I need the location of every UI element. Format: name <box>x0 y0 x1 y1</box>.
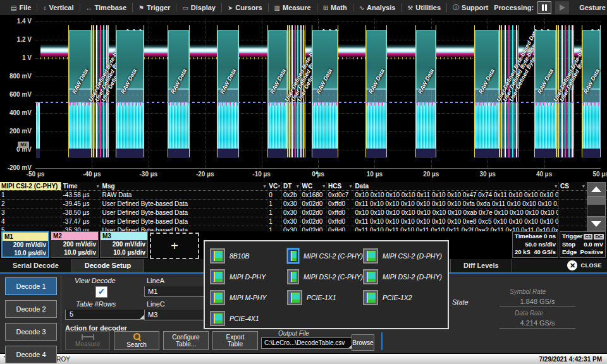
menu-item-trigger[interactable]: ⚑Trigger <box>133 0 176 15</box>
decode-4-button[interactable]: Decode 4 <box>5 346 57 363</box>
channel-descriptor-m2[interactable]: M2200 mV/div10.0 µs/div <box>51 231 99 258</box>
cell-cs <box>559 191 586 199</box>
gesture-label: Gesture <box>579 4 606 11</box>
menu-item-utilities[interactable]: ⚒Utilities <box>402 0 446 15</box>
linec-select[interactable]: M3 <box>144 310 209 320</box>
burst-base-band <box>36 149 40 158</box>
protocol-option-pcie-1x1[interactable]: PCIE-1X1 <box>287 287 363 308</box>
browse-button[interactable]: Browse <box>352 334 374 351</box>
pause-button[interactable] <box>537 1 551 14</box>
protocol-option-mipi-csi-2-c-phy[interactable]: MIPI CSI-2 (C-PHY) <box>287 245 363 266</box>
hs-burst-signal <box>69 102 91 149</box>
add-trace-button[interactable]: + <box>150 233 199 259</box>
protocol-option-mipi-dsi-2-c-phy[interactable]: MIPI DSI-2 (C-PHY) <box>287 266 363 287</box>
play-button[interactable] <box>555 1 569 14</box>
x-axis-label: -40 µs <box>77 171 106 178</box>
protocol-icon <box>363 290 378 305</box>
sort-arrow-icon: ▾ <box>582 182 585 190</box>
cell-data[interactable]: 0x10 0x10 0x10 0x10 0x11 0x10 0x10 0x47 … <box>353 191 559 199</box>
menu-item-measure[interactable]: ▥Measure <box>269 0 317 15</box>
gridline-vertical <box>149 19 149 168</box>
tab-diff-levels[interactable]: Diff Levels <box>450 259 512 272</box>
decode-table-title[interactable]: MIPI CSI-2 (C-PHY) <box>0 182 61 190</box>
menu-item-support[interactable]: ⓘSupport <box>447 0 494 15</box>
cell-dt: 0x2b <box>282 191 301 199</box>
protocol-option-mipi-d-phy[interactable]: MIPI D-PHY <box>210 266 287 287</box>
table-rows-input[interactable]: 5 <box>65 310 145 320</box>
idle-level-trace <box>190 44 217 59</box>
column-header-wc[interactable]: WC▾ <box>301 182 327 190</box>
m3-channel-marker[interactable]: M3 <box>18 142 29 148</box>
column-header-label: CS <box>560 182 582 190</box>
column-header-label: HCS <box>328 182 350 190</box>
table-row[interactable]: 3-38.50 µsUser Defined Byte-based Data10… <box>0 209 607 217</box>
decoder-button-list: Decode 1Decode 2Decode 3Decode 4 <box>5 277 57 364</box>
decode-3-button[interactable]: Decode 3 <box>5 323 57 341</box>
table-row[interactable]: 1-43.58 µsRAW Data00x2b0x16800xd0c70x10 … <box>0 191 607 200</box>
view-decode-checkbox[interactable]: ✓ <box>95 286 107 298</box>
column-header-data[interactable]: Data▾ <box>353 182 559 190</box>
scroll-up-button[interactable] <box>587 182 606 197</box>
y-axis-label: 200 mV <box>0 128 32 135</box>
protocol-option-mipi-m-phy[interactable]: MIPI M-PHY <box>210 287 287 308</box>
close-button[interactable]: ✕ CLOSE <box>567 260 602 270</box>
cell-data[interactable]: 0x11 0x10 0x10 0x10 0x10 0x10 0x10 0xfa … <box>353 200 559 208</box>
scrollbar-thumb[interactable] <box>587 205 605 216</box>
protocol-option-pcie-1x2[interactable]: PCIE-1X2 <box>363 287 445 308</box>
scroll-down-button[interactable] <box>587 217 606 231</box>
column-header-cs[interactable]: CS▾ <box>559 182 586 190</box>
scrollbar-track[interactable] <box>587 197 606 217</box>
column-header-dt[interactable]: DT▾ <box>282 182 301 190</box>
cursor-icon: ➤ <box>228 4 233 11</box>
decode-1-button[interactable]: Decode 1 <box>5 277 57 295</box>
burst-base-band <box>69 149 91 158</box>
trigger-position-marker[interactable]: ▲ <box>314 169 320 175</box>
output-file-input[interactable]: C:\LeCro...\DecodeTable.csv <box>261 337 353 349</box>
gridline-vertical <box>205 19 205 168</box>
protocol-option-mipi-csi-2-d-phy[interactable]: MIPI CSI-2 (D-PHY) <box>363 245 445 266</box>
menu-item-math[interactable]: ⊞Math <box>317 0 353 15</box>
column-header-time[interactable]: Time▾ <box>61 182 101 190</box>
cell-cs <box>559 217 586 226</box>
menu-item-cursors[interactable]: ➤Cursors <box>222 0 268 15</box>
menu-label: Display <box>191 4 216 11</box>
menu-label: Cursors <box>235 4 262 11</box>
linea-select[interactable]: M1 <box>144 286 209 297</box>
tab-serial-decode[interactable]: Serial Decode <box>0 259 72 272</box>
protocol-option-pcie-4x1[interactable]: PCIE-4X1 <box>210 308 287 329</box>
menu-item-display[interactable]: ▭Display <box>176 0 221 15</box>
decode-2-button[interactable]: Decode 2 <box>5 300 57 318</box>
protocol-option-mipi-dsi-2-d-phy[interactable]: MIPI DSI-2 (D-PHY) <box>363 266 445 287</box>
table-scrollbar[interactable] <box>587 182 606 231</box>
x-axis-label: 30 µs <box>473 171 502 178</box>
tab-decode-setup[interactable]: Decode Setup <box>72 259 144 272</box>
column-header-msg[interactable]: Msg▾ <box>101 182 268 190</box>
waveform-display[interactable]: RAW DataUser Defined Byte-based DataUser… <box>0 15 607 182</box>
column-header-vc[interactable]: VC▾ <box>267 182 282 190</box>
export-table-button[interactable]: Export Table <box>212 331 258 350</box>
channel-descriptor-m3[interactable]: M3200 mV/div10.0 µs/div <box>100 231 148 258</box>
protocol-label: MIPI CSI-2 (D-PHY) <box>383 252 442 260</box>
measure-button[interactable]: Measure <box>65 331 110 350</box>
waveform-grid[interactable]: RAW DataUser Defined Byte-based DataUser… <box>35 19 601 169</box>
protocol-option-8b10b[interactable]: 8B10B <box>210 245 287 266</box>
channel-descriptor-m1[interactable]: M1200 mV/div10.0 µs/div <box>1 231 49 258</box>
menu-item-timebase[interactable]: ↔Timebase <box>80 0 133 15</box>
decode-result-table[interactable]: MIPI CSI-2 (C-PHY)Time▾Msg▾VC▾DT▾WC▾HCS▾… <box>0 182 607 231</box>
configure-table-button[interactable]: Configure Table... <box>163 331 209 350</box>
search-button[interactable]: Search <box>114 331 159 350</box>
cell-data[interactable]: 0x10 0x10 0x10 0x10 0x10 0x10 0x10 0xab … <box>353 209 559 217</box>
cell-data[interactable]: 0x11 0x10 0x10 0x10 0x10 0x10 0x10 0xe8 … <box>353 217 559 226</box>
timebase-descriptor[interactable]: Timebase0 ns 50.0 ns/div 20 kS40 GS/s <box>512 231 558 258</box>
cell-time: -43.58 µs <box>61 191 101 199</box>
trigger-descriptor[interactable]: Trigger C1DC Stop0.0 mV EdgePositive <box>560 231 606 258</box>
burst-edge-line <box>573 25 574 157</box>
trigger-title: Trigger <box>562 233 582 241</box>
hs-burst-signal <box>535 102 556 149</box>
table-row[interactable]: 4-37.47 µsUser Defined Byte-based Data10… <box>0 217 607 226</box>
table-row[interactable]: 2-39.45 µsUser Defined Byte-based Data10… <box>0 200 607 209</box>
column-header-hcs[interactable]: HCS▾ <box>327 182 353 190</box>
menu-item-vertical[interactable]: ↕Vertical <box>37 0 79 15</box>
menu-item-file[interactable]: ▤File <box>5 0 37 15</box>
menu-item-analysis[interactable]: ∿Analysis <box>353 0 402 15</box>
